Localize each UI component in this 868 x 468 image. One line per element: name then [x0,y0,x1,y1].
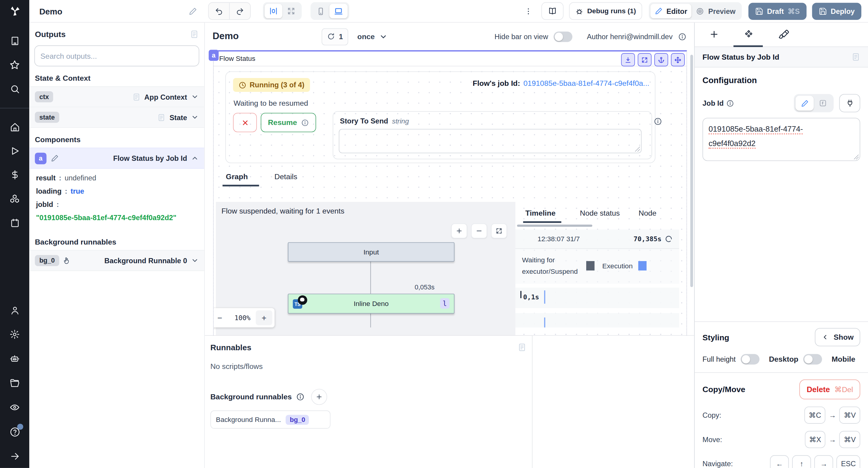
user-icon[interactable] [10,305,20,315]
edit-title-pencil-icon[interactable] [189,7,197,15]
zoom-in-button[interactable]: + [256,310,273,325]
cancel-button[interactable] [233,113,257,132]
mobile-view-button[interactable] [312,4,329,19]
styling-title: Styling [703,333,730,341]
tab-graph[interactable]: Graph [222,173,259,187]
runnables-doc-icon[interactable] [518,343,526,352]
schedules-calendar-icon[interactable] [10,218,20,228]
resume-button[interactable]: Resume [261,113,316,132]
component-doc-icon[interactable] [851,53,860,61]
tab-node[interactable]: Node [639,209,656,223]
chevron-down-icon[interactable] [191,113,199,121]
workers-robot-icon[interactable] [9,354,20,364]
resize-handle[interactable] [854,154,859,159]
collapse-arrow-icon[interactable] [10,452,20,461]
add-bg-runnable-button[interactable] [311,389,327,405]
workspace-building-icon[interactable] [10,36,20,46]
desktop-view-button[interactable] [329,4,347,19]
styling-tab-brush-icon[interactable] [779,29,789,40]
resize-handle[interactable] [635,147,640,152]
job-id-info-icon[interactable] [726,99,734,107]
bg0-row[interactable]: bg_0 Background Runnable 0 [29,250,204,271]
chevron-down-icon[interactable] [191,93,199,101]
canvas-vertical-scrollbar[interactable] [690,55,693,287]
home-icon[interactable] [10,122,20,132]
function-input-mode-button[interactable] [814,96,832,111]
static-input-mode-button[interactable] [795,96,814,111]
editor-tab[interactable]: Editor [650,4,692,19]
chevron-up-icon[interactable] [191,154,199,162]
flow-node-inline-deno[interactable]: TS Inline Deno l [288,294,455,313]
bg-runnable-item[interactable]: Background Runna... bg_0 [210,410,331,429]
graph-details-tabs: Graph Details [226,173,297,187]
flow-graph-panel[interactable]: Flow suspended, waiting for 1 events Inp… [216,202,516,335]
graph-zoom-in-button[interactable] [451,224,467,238]
show-styling-button[interactable]: Show [815,328,861,346]
debug-runs-button[interactable]: Debug runs (1) [569,2,642,20]
edit-component-pencil-icon[interactable] [51,154,59,162]
story-textarea[interactable] [339,129,642,153]
insert-component-tab-plus-icon[interactable] [709,29,719,39]
tab-timeline[interactable]: Timeline [523,209,561,223]
ctx-row[interactable]: ctx App Context [29,87,204,107]
job-id-textarea[interactable]: 0191085e-5baa-81ef-4774- c9ef4f0a92d2 [703,118,860,161]
deploy-button[interactable]: Deploy [812,2,861,20]
graph-zoom-out-button[interactable] [471,224,487,238]
search-icon[interactable] [10,84,20,94]
flow-node-input[interactable]: Input [288,242,455,261]
hide-bar-toggle[interactable] [554,31,572,42]
full-height-label: Full height [703,355,736,364]
component-a-row[interactable]: a Flow Status by Job Id [29,147,204,169]
app-canvas[interactable]: a Flow Status Runni [205,50,694,335]
draft-button[interactable]: Draft ⌘S [748,2,807,20]
canvas-zoom-control: − 100% + [214,308,275,327]
windmill-logo[interactable] [0,0,29,22]
jobid-key[interactable]: jobId [36,200,53,209]
delete-button[interactable]: Delete ⌘Del [800,379,861,399]
favorites-star-icon[interactable] [9,60,20,70]
folders-icon[interactable] [9,378,20,388]
copy-move-title: Copy/Move [703,385,745,394]
expand-down-button[interactable] [621,53,635,66]
component-settings-tab-icon[interactable] [744,29,754,40]
no-scripts-label: No scripts/flows [210,362,527,371]
refresh-policy-dropdown[interactable]: once [358,32,388,41]
flow-status-component[interactable]: a Flow Status Runni [213,50,687,335]
tab-node-status[interactable]: Node status [580,209,620,223]
center-layout-button[interactable] [264,4,282,19]
author-info-icon[interactable] [678,32,687,41]
tab-details[interactable]: Details [275,173,298,187]
undo-button[interactable] [209,3,229,19]
outputs-doc-icon[interactable] [190,30,198,38]
full-height-toggle[interactable] [741,354,759,364]
settings-gear-icon[interactable] [9,329,20,340]
audit-eye-icon[interactable] [9,402,20,412]
refresh-count-button[interactable]: 1 [322,28,349,45]
form-info-icon[interactable] [654,117,662,126]
zoom-out-button[interactable]: − [214,313,229,323]
bg-runnables-info-icon[interactable] [296,393,305,401]
search-outputs-input[interactable] [34,45,199,67]
docs-book-button[interactable] [541,2,563,20]
anchor-button[interactable] [654,53,668,66]
fullwidth-layout-button[interactable] [282,4,300,19]
resources-cubes-icon[interactable] [9,194,20,204]
desktop-toggle[interactable] [804,354,822,364]
chevron-down-icon[interactable] [191,257,199,264]
move-button[interactable] [671,53,685,66]
component-id-tag[interactable]: a [209,50,218,61]
redo-button[interactable] [229,3,250,19]
help-button[interactable] [9,427,20,438]
variables-dollar-icon[interactable] [10,170,20,180]
result-key[interactable]: result [36,174,56,182]
state-row[interactable]: state State [29,107,204,128]
fullscreen-button[interactable] [638,53,652,66]
flow-jobid-link[interactable]: 0191085e-5baa-81ef-4774-c9ef4f0a... [524,79,650,88]
connect-input-plug-button[interactable] [839,94,860,112]
graph-fullscreen-button[interactable] [491,224,507,238]
tabs-scrollbar[interactable] [517,225,592,227]
loading-key[interactable]: loading [36,187,61,196]
preview-tab[interactable]: Preview [692,4,740,19]
runs-play-icon[interactable] [10,146,20,156]
kebab-menu-icon[interactable] [524,7,532,15]
